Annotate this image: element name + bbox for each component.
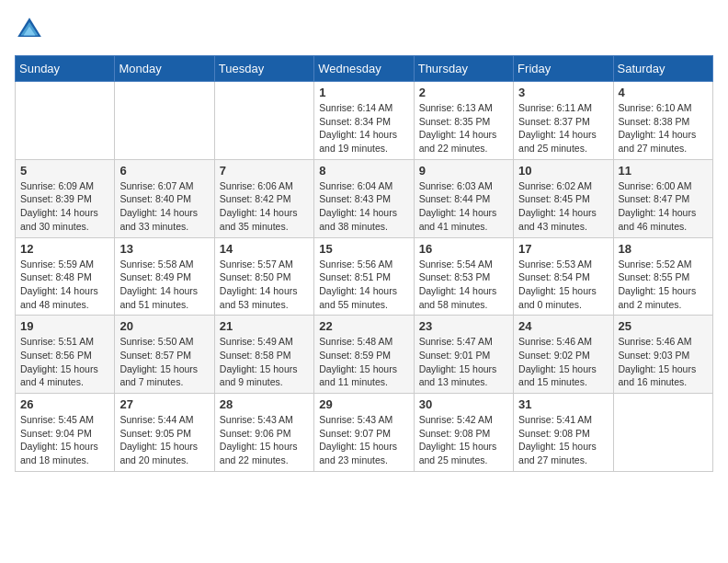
day-info: Sunrise: 5:46 AMSunset: 9:02 PMDaylight:… <box>518 335 608 389</box>
calendar-week-row: 19Sunrise: 5:51 AMSunset: 8:56 PMDayligh… <box>16 316 713 394</box>
day-number: 4 <box>619 86 708 99</box>
day-number: 13 <box>119 242 209 256</box>
calendar-cell: 2Sunrise: 6:13 AMSunset: 8:35 PMDaylight… <box>414 82 513 160</box>
calendar-cell: 12Sunrise: 5:59 AMSunset: 8:48 PMDayligh… <box>16 237 115 316</box>
calendar-cell: 16Sunrise: 5:54 AMSunset: 8:53 PMDayligh… <box>414 237 513 316</box>
day-number: 21 <box>220 319 309 333</box>
day-info: Sunrise: 6:06 AMSunset: 8:42 PMDaylight:… <box>220 179 309 234</box>
day-number: 30 <box>419 397 508 411</box>
day-info: Sunrise: 6:14 AMSunset: 8:34 PMDaylight:… <box>319 101 408 155</box>
day-info: Sunrise: 5:41 AMSunset: 9:08 PMDaylight:… <box>518 413 608 467</box>
day-info: Sunrise: 5:43 AMSunset: 9:07 PMDaylight:… <box>319 413 408 467</box>
day-number: 9 <box>419 164 508 178</box>
day-number: 27 <box>119 397 209 411</box>
day-number: 22 <box>319 319 408 333</box>
day-number: 12 <box>20 242 109 256</box>
day-number: 16 <box>419 242 508 256</box>
calendar-cell <box>16 82 115 160</box>
calendar-cell: 4Sunrise: 6:10 AMSunset: 8:38 PMDaylight… <box>613 82 712 160</box>
day-info: Sunrise: 5:50 AMSunset: 8:57 PMDaylight:… <box>119 335 209 389</box>
day-number: 10 <box>518 164 608 178</box>
day-info: Sunrise: 6:02 AMSunset: 8:45 PMDaylight:… <box>518 179 608 234</box>
day-info: Sunrise: 6:07 AMSunset: 8:40 PMDaylight:… <box>119 179 209 234</box>
day-number: 14 <box>220 242 309 256</box>
calendar-day-header: Wednesday <box>314 56 414 82</box>
calendar-cell: 31Sunrise: 5:41 AMSunset: 9:08 PMDayligh… <box>514 394 613 472</box>
day-info: Sunrise: 6:00 AMSunset: 8:47 PMDaylight:… <box>619 179 708 234</box>
day-number: 25 <box>619 319 708 333</box>
calendar-day-header: Sunday <box>16 56 115 82</box>
calendar-day-header: Tuesday <box>214 56 313 82</box>
calendar-cell: 14Sunrise: 5:57 AMSunset: 8:50 PMDayligh… <box>214 237 313 316</box>
calendar-cell: 17Sunrise: 5:53 AMSunset: 8:54 PMDayligh… <box>514 237 613 316</box>
day-info: Sunrise: 6:10 AMSunset: 8:38 PMDaylight:… <box>619 101 708 155</box>
day-number: 15 <box>319 242 408 256</box>
calendar-week-row: 1Sunrise: 6:14 AMSunset: 8:34 PMDaylight… <box>16 82 713 160</box>
day-info: Sunrise: 5:53 AMSunset: 8:54 PMDaylight:… <box>518 258 608 312</box>
calendar-day-header: Monday <box>115 56 214 82</box>
day-number: 23 <box>419 319 508 333</box>
day-number: 2 <box>419 86 508 99</box>
day-number: 29 <box>319 397 408 411</box>
logo-icon <box>15 15 44 44</box>
day-info: Sunrise: 5:49 AMSunset: 8:58 PMDaylight:… <box>220 335 309 389</box>
day-info: Sunrise: 6:04 AMSunset: 8:43 PMDaylight:… <box>319 179 408 234</box>
day-number: 7 <box>220 164 309 178</box>
calendar-cell: 13Sunrise: 5:58 AMSunset: 8:49 PMDayligh… <box>115 237 214 316</box>
calendar-day-header: Saturday <box>613 56 712 82</box>
calendar-cell: 25Sunrise: 5:46 AMSunset: 9:03 PMDayligh… <box>613 316 712 394</box>
calendar-cell: 29Sunrise: 5:43 AMSunset: 9:07 PMDayligh… <box>314 394 414 472</box>
logo <box>15 15 48 44</box>
day-info: Sunrise: 5:52 AMSunset: 8:55 PMDaylight:… <box>619 258 708 312</box>
calendar-cell: 3Sunrise: 6:11 AMSunset: 8:37 PMDaylight… <box>514 82 613 160</box>
day-number: 17 <box>518 242 608 256</box>
day-info: Sunrise: 5:44 AMSunset: 9:05 PMDaylight:… <box>119 413 209 467</box>
day-number: 6 <box>119 164 209 178</box>
calendar-cell: 20Sunrise: 5:50 AMSunset: 8:57 PMDayligh… <box>115 316 214 394</box>
calendar-cell: 9Sunrise: 6:03 AMSunset: 8:44 PMDaylight… <box>414 159 513 237</box>
day-info: Sunrise: 5:42 AMSunset: 9:08 PMDaylight:… <box>419 413 508 467</box>
page-header <box>15 15 713 44</box>
calendar-cell: 30Sunrise: 5:42 AMSunset: 9:08 PMDayligh… <box>414 394 513 472</box>
calendar-cell: 8Sunrise: 6:04 AMSunset: 8:43 PMDaylight… <box>314 159 414 237</box>
calendar-cell <box>613 394 712 472</box>
calendar-cell: 15Sunrise: 5:56 AMSunset: 8:51 PMDayligh… <box>314 237 414 316</box>
calendar-cell <box>115 82 214 160</box>
calendar-cell: 22Sunrise: 5:48 AMSunset: 8:59 PMDayligh… <box>314 316 414 394</box>
calendar-cell: 23Sunrise: 5:47 AMSunset: 9:01 PMDayligh… <box>414 316 513 394</box>
day-number: 26 <box>20 397 109 411</box>
day-number: 5 <box>20 164 109 178</box>
day-number: 19 <box>20 319 109 333</box>
day-number: 1 <box>319 86 408 99</box>
calendar-day-header: Friday <box>514 56 613 82</box>
day-number: 3 <box>518 86 608 99</box>
day-info: Sunrise: 5:48 AMSunset: 8:59 PMDaylight:… <box>319 335 408 389</box>
day-info: Sunrise: 5:51 AMSunset: 8:56 PMDaylight:… <box>20 335 109 389</box>
calendar-cell: 19Sunrise: 5:51 AMSunset: 8:56 PMDayligh… <box>16 316 115 394</box>
calendar-day-header: Thursday <box>414 56 513 82</box>
calendar-cell: 7Sunrise: 6:06 AMSunset: 8:42 PMDaylight… <box>214 159 313 237</box>
day-info: Sunrise: 6:11 AMSunset: 8:37 PMDaylight:… <box>518 101 608 155</box>
calendar-cell: 28Sunrise: 5:43 AMSunset: 9:06 PMDayligh… <box>214 394 313 472</box>
day-info: Sunrise: 5:46 AMSunset: 9:03 PMDaylight:… <box>619 335 708 389</box>
calendar-week-row: 12Sunrise: 5:59 AMSunset: 8:48 PMDayligh… <box>16 237 713 316</box>
calendar-week-row: 26Sunrise: 5:45 AMSunset: 9:04 PMDayligh… <box>16 394 713 472</box>
calendar-cell: 24Sunrise: 5:46 AMSunset: 9:02 PMDayligh… <box>514 316 613 394</box>
day-number: 8 <box>319 164 408 178</box>
calendar-cell: 26Sunrise: 5:45 AMSunset: 9:04 PMDayligh… <box>16 394 115 472</box>
calendar-cell: 5Sunrise: 6:09 AMSunset: 8:39 PMDaylight… <box>16 159 115 237</box>
calendar-header-row: SundayMondayTuesdayWednesdayThursdayFrid… <box>16 56 713 82</box>
day-info: Sunrise: 5:57 AMSunset: 8:50 PMDaylight:… <box>220 258 309 312</box>
calendar-week-row: 5Sunrise: 6:09 AMSunset: 8:39 PMDaylight… <box>16 159 713 237</box>
day-info: Sunrise: 5:45 AMSunset: 9:04 PMDaylight:… <box>20 413 109 467</box>
day-info: Sunrise: 6:09 AMSunset: 8:39 PMDaylight:… <box>20 179 109 234</box>
day-info: Sunrise: 6:03 AMSunset: 8:44 PMDaylight:… <box>419 179 508 234</box>
day-number: 18 <box>619 242 708 256</box>
day-number: 28 <box>220 397 309 411</box>
day-number: 24 <box>518 319 608 333</box>
calendar-cell: 21Sunrise: 5:49 AMSunset: 8:58 PMDayligh… <box>214 316 313 394</box>
calendar-cell: 27Sunrise: 5:44 AMSunset: 9:05 PMDayligh… <box>115 394 214 472</box>
day-info: Sunrise: 6:13 AMSunset: 8:35 PMDaylight:… <box>419 101 508 155</box>
day-info: Sunrise: 5:47 AMSunset: 9:01 PMDaylight:… <box>419 335 508 389</box>
day-number: 20 <box>119 319 209 333</box>
